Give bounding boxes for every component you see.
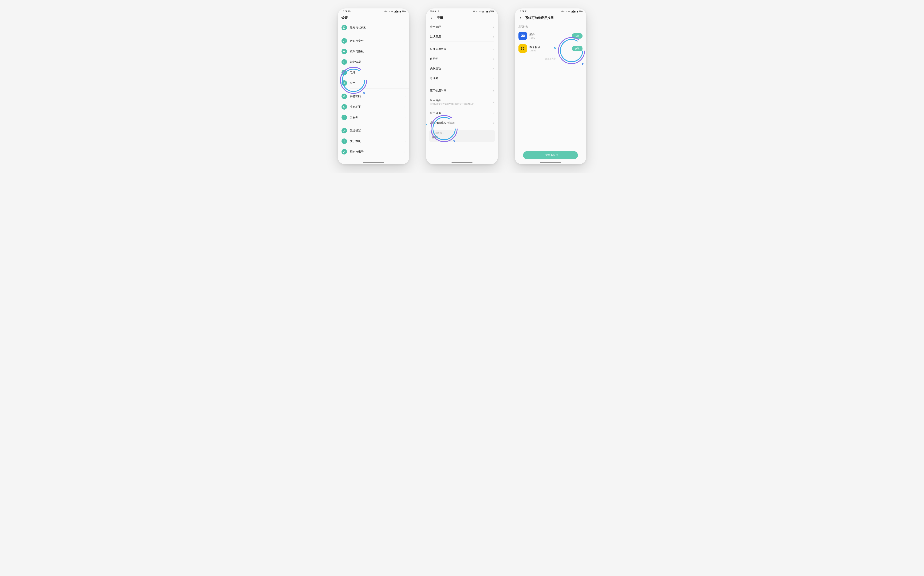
item-label: 用户与帐号: [350, 150, 402, 154]
apps-item-usage-time[interactable]: 应用使用时间 ›: [426, 86, 498, 96]
chevron-right-icon: ›: [404, 26, 405, 29]
item-label: 应用管理: [430, 25, 490, 29]
item-label: 通知与状态栏: [350, 26, 402, 29]
apps-item-autostart[interactable]: 自启动 ›: [426, 54, 498, 64]
phone-screen-2: 15:09:17 ⁂ ⁙ ▭ ₅ɢ ▯▮│▮▮ ▮ 59% 应用 应用管理 › …: [426, 8, 498, 165]
settings-item-cloud[interactable]: 云服务 ›: [338, 112, 409, 123]
svg-rect-4: [345, 72, 345, 73]
back-button[interactable]: [519, 16, 522, 20]
header: 系统可卸载应用找回: [515, 14, 586, 22]
item-label: 自启动: [430, 57, 490, 61]
apps-item-associated-start[interactable]: 关联启动 ›: [426, 64, 498, 74]
apps-icon: [342, 80, 347, 86]
home-indicator[interactable]: [540, 163, 561, 163]
settings-item-system[interactable]: 系统设置 ›: [338, 125, 409, 136]
status-time: 15:09:21: [519, 10, 528, 13]
chevron-right-icon: ›: [404, 129, 405, 132]
app-name: 邮件: [530, 33, 570, 37]
chevron-right-icon: ›: [404, 50, 405, 53]
settings-item-security[interactable]: 密码与安全 ›: [338, 35, 409, 46]
apps-item-clone[interactable]: 应用分身 部分应用支持在桌面生成可同时运行的分身应用 ›: [426, 96, 498, 108]
settings-item-notifications[interactable]: 通知与状态栏 ›: [338, 22, 409, 33]
status-indicators: ⁂ ⁙ ▭ ₅ɢ ▯▮│▮▮ ▮ 59%: [385, 10, 405, 13]
settings-item-apps[interactable]: 应用 ›: [338, 78, 409, 88]
apps-settings-list: 应用管理 › 默认应用 › 特殊应用权限 › 自启动 › 关联启动 › 悬浮窗 …: [426, 22, 498, 165]
phone-screen-1: 15:09:15 ⁂ ⁙ ▭ ₅ɢ ▯▮│▮▮ ▮ 59% 设置 通知与状态栏 …: [338, 8, 409, 165]
chevron-right-icon: ›: [404, 139, 405, 143]
apps-item-default[interactable]: 默认应用 ›: [426, 32, 498, 42]
recorder-app-icon: [519, 44, 527, 53]
settings-item-privacy[interactable]: 权限与隐私 ›: [338, 46, 409, 57]
settings-list: 通知与状态栏 › 密码与安全 › 权限与隐私 › 紧急情况 › 电池 › 应用: [338, 22, 409, 165]
features-icon: [342, 94, 347, 99]
svg-rect-6: [345, 82, 345, 83]
status-bar: 15:09:21 ⁂ ⁙ ▭ ₅ɢ ▯▮│▮▮ ▮ 59%: [515, 8, 586, 14]
status-bar: 15:09:17 ⁂ ⁙ ▭ ₅ɢ ▯▮│▮▮ ▮ 59%: [426, 8, 498, 14]
settings-item-emergency[interactable]: 紧急情况 ›: [338, 57, 409, 67]
hint-item[interactable]: 应用锁: [432, 136, 492, 139]
settings-item-about[interactable]: 关于本机 ›: [338, 136, 409, 147]
item-label: 系统可卸载应用找回: [430, 121, 490, 125]
chevron-right-icon: ›: [404, 71, 405, 74]
item-label: 关于本机: [350, 139, 402, 143]
chevron-right-icon: ›: [404, 39, 405, 43]
item-label: 系统设置: [350, 129, 402, 133]
settings-item-accounts[interactable]: 用户与帐号 ›: [338, 147, 409, 157]
chevron-right-icon: ›: [404, 82, 405, 85]
item-label: 密码与安全: [350, 39, 402, 43]
app-size: 134.0M: [530, 50, 570, 52]
item-label: 应用使用时间: [430, 89, 490, 93]
apps-item-split-screen[interactable]: 应用分屏 ›: [426, 108, 498, 118]
item-label: 关联启动: [430, 67, 490, 70]
header: 设置: [338, 14, 409, 22]
chevron-right-icon: ›: [404, 60, 405, 64]
app-row-recorder: 即录剪辑 134.0M 安装: [515, 42, 586, 55]
shield-icon: [342, 38, 347, 44]
status-time: 15:09:17: [430, 10, 439, 13]
battery-icon: [342, 70, 347, 75]
item-label: 特色功能: [350, 94, 402, 98]
apps-item-recover-uninstalled[interactable]: 系统可卸载应用找回 ›: [426, 118, 498, 128]
chevron-right-icon: ›: [404, 116, 405, 119]
item-label: 悬浮窗: [430, 76, 490, 80]
home-indicator[interactable]: [452, 163, 472, 163]
page-title: 应用: [437, 16, 443, 20]
page-title: 设置: [342, 16, 348, 20]
phone-icon: [342, 138, 347, 144]
chevron-right-icon: ›: [493, 100, 494, 104]
item-label: 电池: [350, 70, 402, 74]
svg-rect-13: [344, 140, 345, 142]
chevron-right-icon: ›: [493, 112, 494, 115]
apps-item-floating-window[interactable]: 悬浮窗 ›: [426, 74, 498, 83]
chevron-right-icon: ›: [404, 94, 405, 98]
privacy-icon: [342, 49, 347, 54]
chevron-right-icon: ›: [493, 121, 494, 125]
no-more-content: 无更多内容: [515, 55, 586, 63]
app-size: 16.0M: [530, 37, 570, 39]
chevron-right-icon: ›: [493, 25, 494, 29]
notification-icon: [342, 25, 347, 30]
install-button[interactable]: 安装: [572, 46, 582, 51]
settings-item-battery[interactable]: 电池 ›: [338, 67, 409, 78]
apps-item-special-permissions[interactable]: 特殊应用权限 ›: [426, 44, 498, 54]
user-icon: [342, 149, 347, 155]
svg-point-11: [343, 106, 345, 108]
settings-item-features[interactable]: 特色功能 ›: [338, 91, 409, 102]
home-indicator[interactable]: [363, 163, 384, 163]
item-label: 权限与隐私: [350, 50, 402, 53]
item-label: 应用分屏: [430, 111, 490, 115]
apps-item-management[interactable]: 应用管理 ›: [426, 22, 498, 32]
svg-point-14: [344, 151, 345, 152]
svg-rect-0: [343, 27, 345, 29]
svg-rect-5: [343, 82, 344, 83]
assistant-icon: [342, 104, 347, 110]
install-button[interactable]: 安装: [572, 33, 582, 38]
recover-apps-list: 应用列表 邮件 16.0M 安装 即录剪辑 134.0M 安装 无更多内容 下载…: [515, 22, 586, 165]
download-more-button[interactable]: 下载更多应用: [523, 151, 578, 159]
chevron-right-icon: ›: [493, 35, 494, 38]
back-button[interactable]: [430, 16, 434, 20]
settings-item-assistant[interactable]: 小布助手 ›: [338, 102, 409, 112]
chevron-right-icon: ›: [404, 105, 405, 109]
status-bar: 15:09:15 ⁂ ⁙ ▭ ₅ɢ ▯▮│▮▮ ▮ 59%: [338, 8, 409, 14]
app-row-mail: 邮件 16.0M 安装: [515, 29, 586, 42]
